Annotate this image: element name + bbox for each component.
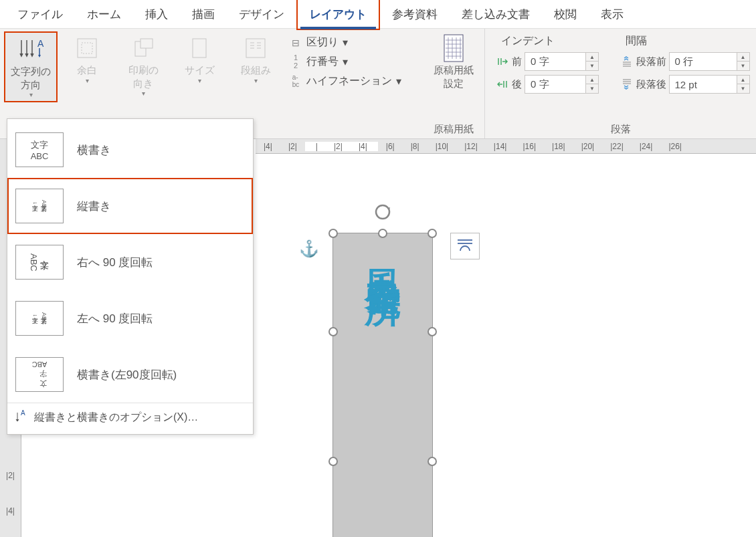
- text-direction-button[interactable]: A 文字列の 方向 ▾: [4, 31, 58, 102]
- resize-handle-bl[interactable]: [328, 457, 338, 466]
- manuscript-button[interactable]: 原稿用紙 設定: [427, 31, 480, 92]
- menu-horizontal-rotated-label: 横書き(左90度回転): [77, 367, 177, 383]
- svg-rect-6: [82, 43, 92, 53]
- line-numbers-icon: 12: [289, 53, 302, 70]
- orientation-button[interactable]: 印刷の 向き ▾: [116, 31, 170, 100]
- orientation-label: 印刷の 向き: [128, 64, 159, 90]
- rotate-handle[interactable]: [373, 203, 392, 221]
- svg-rect-9: [193, 39, 206, 58]
- spacing-header: 間隔: [622, 34, 753, 48]
- tab-layout[interactable]: レイアウト: [296, 0, 380, 30]
- ruler-tick: |26|: [668, 142, 682, 151]
- ruler-tick: |16|: [523, 142, 536, 151]
- space-after-icon: [622, 79, 634, 90]
- ruler-tick: |2|: [334, 142, 343, 151]
- tab-review[interactable]: 校閲: [542, 0, 589, 29]
- breaks-icon: ⊟: [289, 37, 302, 48]
- ruler-tick: |4|: [264, 142, 272, 151]
- indent-after-input[interactable]: ▲▼: [525, 75, 599, 94]
- group-paragraph: インデント 間隔 前 ▲▼ 段落前 ▲▼ 後 ▲▼ 段落後 ▲: [485, 29, 756, 138]
- paragraph-group-label: 段落: [489, 122, 752, 137]
- tab-file[interactable]: ファイル: [5, 0, 75, 29]
- svg-text:A: A: [37, 38, 44, 49]
- textbox-text[interactable]: 風力発電所: [359, 240, 407, 267]
- ruler-tick: |6|: [386, 142, 395, 151]
- text-direction-label: 文字列の 方向: [11, 65, 51, 91]
- resize-handle-br[interactable]: [428, 457, 437, 466]
- spin-down[interactable]: ▼: [586, 84, 598, 93]
- ruler-tick: |4|: [359, 142, 367, 151]
- rotate-left-icon: 文字ABC 文字 ↓: [15, 301, 64, 336]
- hyphenation-button[interactable]: a-bcハイフネーション ▾: [285, 72, 405, 90]
- menu-vertical[interactable]: 文字ABC 文字 ↓ 縦書き: [7, 178, 253, 234]
- resize-handle-tm[interactable]: [378, 229, 387, 238]
- resize-handle-tl[interactable]: [328, 229, 338, 238]
- spin-up[interactable]: ▲: [586, 53, 598, 62]
- line-numbers-button[interactable]: 12行番号 ▾: [285, 52, 405, 71]
- margins-button[interactable]: 余白 ▾: [60, 31, 114, 87]
- size-icon: [185, 34, 213, 62]
- orientation-icon: [129, 34, 157, 62]
- menu-rotate-right[interactable]: 文字 ABC 右へ 90 度回転: [7, 234, 253, 290]
- space-before-input[interactable]: ▲▼: [669, 52, 750, 71]
- space-after-input[interactable]: ▲▼: [669, 75, 750, 94]
- caret-icon: ▾: [29, 91, 33, 98]
- indent-before-input[interactable]: ▲▼: [525, 52, 599, 71]
- horizontal-ruler: |4| |2| ||2||4| |6| |8| |10| |12| |14| |…: [256, 139, 756, 154]
- indent-before-field[interactable]: [525, 55, 585, 69]
- spin-down[interactable]: ▼: [586, 62, 598, 70]
- menu-horizontal[interactable]: 文字 ABC 横書き: [7, 122, 253, 178]
- menu-rotate-left[interactable]: 文字ABC 文字 ↓ 左へ 90 度回転: [7, 290, 253, 346]
- menu-horizontal-rotated[interactable]: 文 字 ABC 横書き(左90度回転): [7, 346, 253, 403]
- caret-icon: ▾: [86, 77, 89, 84]
- spin-down[interactable]: ▼: [737, 62, 749, 70]
- ruler-tick: |20|: [581, 142, 595, 151]
- menu-horizontal-label: 横書き: [77, 142, 111, 158]
- svg-rect-10: [246, 39, 265, 58]
- spin-up[interactable]: ▲: [737, 76, 749, 84]
- svg-rect-5: [78, 39, 96, 58]
- tab-draw[interactable]: 描画: [180, 0, 227, 29]
- ribbon-tabs: ファイル ホーム 挿入 描画 デザイン レイアウト 参考資料 差し込み文書 校閲…: [0, 0, 756, 29]
- horizontal-rotated-icon: 文 字 ABC: [15, 357, 64, 392]
- tab-view[interactable]: 表示: [589, 0, 636, 29]
- menu-rotate-right-label: 右へ 90 度回転: [77, 255, 153, 270]
- space-after-field[interactable]: [670, 78, 737, 92]
- columns-label: 段組み: [241, 64, 271, 77]
- menu-options[interactable]: A 縦書きと横書きのオプション(X)…: [7, 403, 253, 431]
- resize-handle-mr[interactable]: [428, 327, 437, 336]
- page-setup-small-list: ⊟区切り ▾ 12行番号 ▾ a-bcハイフネーション ▾: [285, 31, 405, 90]
- group-manuscript: 原稿用紙 設定 原稿用紙: [423, 29, 485, 138]
- textbox[interactable]: 風力発電所: [333, 233, 433, 537]
- space-before-field[interactable]: [670, 55, 737, 69]
- resize-handle-ml[interactable]: [328, 327, 338, 336]
- space-after-label: 段落後: [622, 78, 666, 91]
- manuscript-icon: [440, 34, 468, 62]
- tab-design[interactable]: デザイン: [227, 0, 296, 29]
- size-label: サイズ: [185, 64, 215, 77]
- margins-icon: [73, 34, 101, 62]
- tab-insert[interactable]: 挿入: [133, 0, 180, 29]
- size-button[interactable]: サイズ ▾: [173, 31, 226, 87]
- vertical-icon: 文字ABC 文字 ↓: [15, 189, 64, 223]
- spin-up[interactable]: ▲: [586, 76, 598, 84]
- layout-options-button[interactable]: [450, 233, 480, 259]
- breaks-button[interactable]: ⊟区切り ▾: [285, 34, 405, 51]
- space-before-icon: [622, 56, 634, 67]
- indent-header: インデント: [497, 34, 601, 48]
- caret-icon: ▾: [254, 77, 258, 84]
- tab-mailings[interactable]: 差し込み文書: [450, 0, 542, 29]
- spin-up[interactable]: ▲: [737, 53, 749, 62]
- ruler-tick: |12|: [464, 142, 478, 151]
- indent-before-label: 前: [497, 56, 522, 68]
- resize-handle-tr[interactable]: [428, 229, 437, 238]
- spin-down[interactable]: ▼: [737, 84, 749, 93]
- rotate-right-icon: 文字 ABC: [15, 245, 64, 280]
- space-before-label: 段落前: [622, 56, 666, 68]
- columns-button[interactable]: 段組み ▾: [229, 31, 282, 87]
- ruler-tick: |14|: [494, 142, 507, 151]
- tab-home[interactable]: ホーム: [75, 0, 133, 29]
- indent-after-field[interactable]: [525, 78, 585, 92]
- tab-references[interactable]: 参考資料: [380, 0, 450, 29]
- indent-after-label: 後: [497, 78, 522, 91]
